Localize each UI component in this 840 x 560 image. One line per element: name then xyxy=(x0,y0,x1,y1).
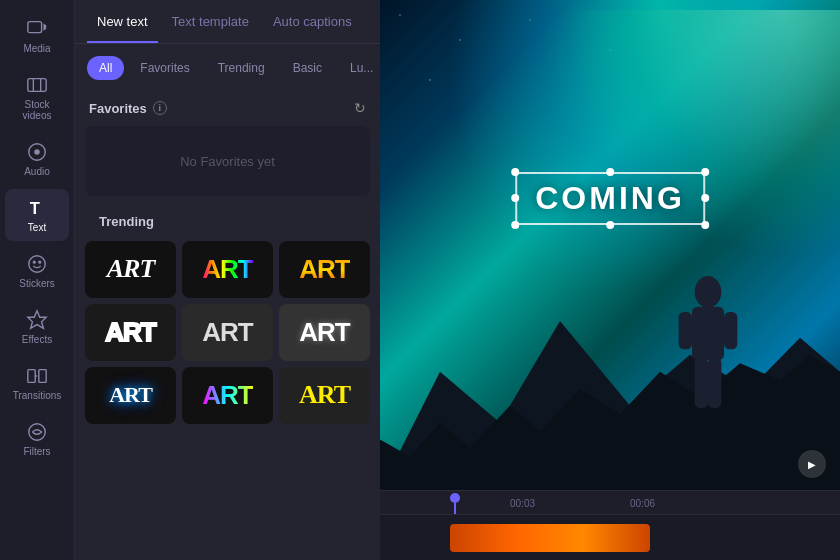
filter-basic[interactable]: Basic xyxy=(281,56,334,80)
svg-rect-21 xyxy=(724,312,737,349)
svg-text:T: T xyxy=(30,199,40,217)
filter-lu[interactable]: Lu... xyxy=(338,56,380,80)
time-marker-2: 00:06 xyxy=(630,497,655,508)
stock-videos-icon xyxy=(26,74,48,96)
favorites-header: Favorites i ↻ xyxy=(75,92,380,122)
svg-rect-23 xyxy=(708,357,721,408)
preview-area: COMING ▶ xyxy=(380,0,840,490)
filter-favorites[interactable]: Favorites xyxy=(128,56,201,80)
svg-point-9 xyxy=(33,261,35,263)
sidebar-item-stickers[interactable]: Stickers xyxy=(5,245,69,297)
preview-background: COMING ▶ xyxy=(380,0,840,490)
time-marker-1: 00:03 xyxy=(510,497,535,508)
playhead[interactable] xyxy=(450,491,460,514)
handle-bottom-right[interactable] xyxy=(701,221,709,229)
svg-point-15 xyxy=(29,424,46,441)
effects-icon xyxy=(26,309,48,331)
text-icon: T xyxy=(26,197,48,219)
playhead-line xyxy=(454,503,456,514)
sidebar-item-stickers-label: Stickers xyxy=(19,278,55,289)
art-card-7[interactable]: ART xyxy=(85,367,176,424)
favorites-empty: No Favorites yet xyxy=(85,126,370,196)
text-panel: New text Text template Auto captions All… xyxy=(75,0,380,560)
trending-title: Trending xyxy=(99,214,154,229)
sidebar-item-stock-videos[interactable]: Stock videos xyxy=(5,66,69,129)
svg-marker-1 xyxy=(43,24,46,31)
sidebar-item-effects[interactable]: Effects xyxy=(5,301,69,353)
playhead-head xyxy=(450,493,460,503)
sidebar-item-effects-label: Effects xyxy=(22,334,52,345)
handle-left-middle[interactable] xyxy=(511,194,519,202)
sidebar-item-stock-label: Stock videos xyxy=(11,99,63,121)
favorites-refresh-button[interactable]: ↻ xyxy=(354,100,366,116)
handle-bottom-middle[interactable] xyxy=(606,221,614,229)
svg-rect-13 xyxy=(39,370,46,383)
handle-top-right[interactable] xyxy=(701,168,709,176)
tab-auto-captions[interactable]: Auto captions xyxy=(263,0,362,43)
sidebar-item-filters[interactable]: Filters xyxy=(5,413,69,465)
video-clip[interactable] xyxy=(450,524,650,552)
text-overlay-box[interactable]: COMING xyxy=(515,172,705,225)
favorites-title: Favorites i xyxy=(89,101,167,116)
svg-rect-20 xyxy=(679,312,692,349)
mountain-silhouette xyxy=(380,270,840,491)
sidebar-item-transitions[interactable]: Transitions xyxy=(5,357,69,409)
svg-rect-0 xyxy=(28,22,42,33)
art-card-3[interactable]: ART xyxy=(279,241,370,298)
transitions-icon xyxy=(26,365,48,387)
svg-marker-11 xyxy=(28,311,46,328)
play-button[interactable]: ▶ xyxy=(798,450,826,478)
selection-handles xyxy=(512,169,708,228)
svg-point-10 xyxy=(39,261,41,263)
svg-rect-22 xyxy=(695,357,708,408)
art-card-1[interactable]: ART xyxy=(85,241,176,298)
sidebar-item-audio-label: Audio xyxy=(24,166,50,177)
svg-point-18 xyxy=(695,276,722,308)
filter-trending[interactable]: Trending xyxy=(206,56,277,80)
svg-point-8 xyxy=(29,256,46,273)
art-card-8[interactable]: ART xyxy=(182,367,273,424)
svg-rect-2 xyxy=(28,79,46,92)
stickers-icon xyxy=(26,253,48,275)
timeline: 00:03 00:06 xyxy=(380,490,840,560)
sidebar: Media Stock videos Audio T Text Stickers xyxy=(0,0,75,560)
sidebar-item-audio[interactable]: Audio xyxy=(5,133,69,185)
sidebar-item-text[interactable]: T Text xyxy=(5,189,69,241)
sidebar-item-text-label: Text xyxy=(28,222,46,233)
handle-top-middle[interactable] xyxy=(606,168,614,176)
sidebar-item-transitions-label: Transitions xyxy=(13,390,62,401)
svg-point-6 xyxy=(34,149,40,155)
trending-header: Trending xyxy=(85,206,370,235)
timeline-ruler: 00:03 00:06 xyxy=(380,491,840,515)
handle-right-middle[interactable] xyxy=(701,194,709,202)
art-card-5[interactable]: ART xyxy=(182,304,273,361)
sidebar-item-media-label: Media xyxy=(23,43,50,54)
filter-row: All Favorites Trending Basic Lu... ▾ xyxy=(75,44,380,92)
svg-rect-12 xyxy=(28,370,35,383)
handle-top-left[interactable] xyxy=(511,168,519,176)
media-icon xyxy=(26,18,48,40)
filter-all[interactable]: All xyxy=(87,56,124,80)
audio-icon xyxy=(26,141,48,163)
handle-bottom-left[interactable] xyxy=(511,221,519,229)
tab-new-text[interactable]: New text xyxy=(87,0,158,43)
tab-bar: New text Text template Auto captions xyxy=(75,0,380,44)
art-card-9[interactable]: ART xyxy=(279,367,370,424)
right-side: COMING ▶ 00:03 00:06 xyxy=(380,0,840,560)
art-card-4[interactable]: ART xyxy=(85,304,176,361)
tab-text-template[interactable]: Text template xyxy=(162,0,259,43)
timeline-track xyxy=(380,515,840,560)
trending-grid: ART ART ART ART ART ART ART ART xyxy=(85,241,370,424)
art-card-6[interactable]: ART xyxy=(279,304,370,361)
svg-rect-19 xyxy=(692,306,724,359)
trending-section: Trending ART ART ART ART ART ART xyxy=(75,206,380,560)
art-card-2[interactable]: ART xyxy=(182,241,273,298)
favorites-info-icon: i xyxy=(153,101,167,115)
filters-icon xyxy=(26,421,48,443)
sidebar-item-filters-label: Filters xyxy=(23,446,50,457)
sidebar-item-media[interactable]: Media xyxy=(5,10,69,62)
person-silhouette xyxy=(668,272,748,402)
